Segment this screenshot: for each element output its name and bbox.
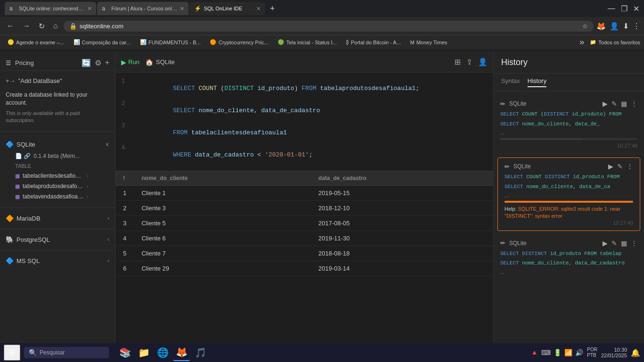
taskbar-app-books[interactable]: 📚 [116, 344, 133, 361]
tab-history[interactable]: History [528, 77, 546, 87]
right-panel-header: History [494, 52, 644, 74]
results-header-row: ! nome_do_cliente data_de_cadastro [116, 171, 493, 186]
main-app: ☰ Pricing 🔄 ⚙ + +→ "Add DataBase" Create… [0, 52, 644, 362]
taskbar-app-explorer[interactable]: 📁 [135, 344, 152, 361]
history-code-2a: SELECT COUNT DISTINCT id_produto FROM [504, 173, 633, 181]
db-sqlite-version[interactable]: 📄 🔗 0.1.4 beta (Mem... [9, 151, 115, 161]
taskbar-app-music[interactable]: 🎵 [192, 344, 209, 361]
bookmark-label-5: Tela inicial - Status I... [286, 40, 337, 45]
tab-close-2[interactable]: × [180, 5, 184, 12]
cell-nome-2: Cliente 5 [134, 216, 311, 231]
history-grid-btn-3[interactable]: ▦ [621, 239, 627, 247]
main-editor-panel: ▶ Run 🏠 SQLite ⊞ ⇪ 👤 1 SELECT [116, 52, 493, 362]
tab-syntax[interactable]: Syntax [501, 77, 520, 87]
history-run-btn-2[interactable]: ▶ [608, 163, 613, 170]
close-button[interactable]: ✕ [633, 4, 639, 13]
line-code-2: SELECT nome_do_cliente, data_de_cadastro [129, 100, 320, 121]
add-icon[interactable]: + [105, 58, 109, 67]
share-button[interactable]: ⇪ [466, 58, 472, 66]
star-icon[interactable]: ☆ [582, 23, 588, 30]
download-icon[interactable]: ⬇ [623, 22, 629, 31]
history-edit-btn-2[interactable]: ✎ [617, 163, 623, 170]
run-button[interactable]: ▶ Run [121, 58, 140, 66]
systray-keyboard-icon[interactable]: ⌨ [541, 349, 551, 356]
back-button[interactable]: ← [4, 21, 17, 31]
history-item-3-header: ✏ SQLite ▶ ✎ ▦ ⋮ [500, 239, 637, 247]
history-grid-btn-1[interactable]: ▦ [621, 100, 627, 107]
history-error-label-2: Help: [504, 206, 518, 212]
pricing-label[interactable]: Pricing [15, 59, 34, 66]
taskbar-apps: 📚 📁 🌐 🦊 🎵 [116, 344, 209, 361]
systray-volume-icon[interactable]: 🔊 [575, 349, 583, 356]
history-dots-2: ... [504, 192, 633, 198]
bookmark-4[interactable]: 🟠 Cryptocurrency Pric... [206, 38, 272, 46]
systray-wifi-icon[interactable]: 📶 [564, 349, 572, 356]
user-button[interactable]: 👤 [478, 58, 487, 66]
history-run-btn-1[interactable]: ▶ [603, 100, 608, 107]
bookmark-label-3: FUNDAMENTUS - B... [149, 40, 201, 45]
code-line-1: 1 SELECT COUNT (DISTINCT id_produto) FRO… [116, 77, 493, 99]
address-bar[interactable]: 🔒 sqliteonline.com ☆ [64, 21, 594, 32]
refresh-icon[interactable]: 🔄 [82, 58, 91, 67]
systray-arrow-icon[interactable]: 🔺 [530, 349, 538, 356]
bookmark-7[interactable]: M Money Times [406, 39, 451, 46]
history-item-2: ✏ SQLite ▶ ✎ ⋮ SELECT COUNT DISTINCT id_… [497, 157, 640, 231]
bookmark-3[interactable]: 📊 FUNDAMENTUS - B... [136, 38, 205, 46]
history-more-btn-3[interactable]: ⋮ [631, 239, 637, 247]
taskbar-app-browser[interactable]: 🦊 [173, 344, 190, 361]
history-run-btn-3[interactable]: ▶ [603, 239, 608, 247]
menu-icon[interactable]: ⋮ [633, 22, 640, 31]
language-indicator: PORPTB [587, 347, 597, 358]
table-item-2[interactable]: ▦ tabelaprodutosdesafoa... › [9, 181, 115, 191]
folder-icon: 📁 [590, 39, 596, 45]
history-edit-btn-3[interactable]: ✎ [611, 239, 617, 247]
bookmark-2[interactable]: 📊 Composição da car... [70, 38, 134, 46]
db-postgres-arrow: ‹ [107, 236, 109, 243]
cell-num-3: 4 [116, 231, 134, 246]
save-query-button[interactable]: ⊞ [454, 58, 461, 66]
table-item-3[interactable]: ▦ tabelavendasdesafioaul... › [9, 191, 115, 202]
db-mariadb-header[interactable]: 🔶 MariaDB ‹ [0, 212, 115, 225]
forward-button[interactable]: → [20, 21, 33, 31]
tab-1[interactable]: a SQLite online: conhecendo inst... × [5, 2, 96, 15]
tab-label-1: SQLite online: conhecendo inst... [19, 6, 85, 11]
bookmark-6[interactable]: ₿ Portal do Bitcoin - A... [342, 39, 405, 46]
db-postgres-header[interactable]: 🐘 PostgreSQL ‹ [0, 233, 115, 246]
bookmarks-more-button[interactable]: » [578, 37, 586, 47]
db-postgres-name: PostgreSQL [17, 236, 50, 243]
new-tab-button[interactable]: + [266, 4, 279, 14]
reload-button[interactable]: ↻ [36, 21, 48, 32]
tab-2[interactable]: a Fórum | Alura - Cursos online d... × [97, 2, 189, 15]
code-editor[interactable]: 1 SELECT COUNT (DISTINCT id_produto) FRO… [116, 73, 493, 171]
history-more-btn-2[interactable]: ⋮ [627, 163, 633, 170]
start-button[interactable]: ⊞ [4, 345, 20, 361]
db-mssql-name: MS SQL [17, 257, 40, 264]
tab-close-1[interactable]: × [88, 5, 91, 12]
settings-icon[interactable]: ⚙ [95, 58, 101, 67]
minimize-button[interactable]: — [608, 4, 615, 13]
db-sqlite-header[interactable]: 🔷 SQLite ∨ [0, 138, 115, 151]
history-more-btn-1[interactable]: ⋮ [631, 100, 637, 107]
taskbar-search[interactable]: 🔍 Pesquisar [24, 347, 109, 358]
home-button[interactable]: ⌂ [50, 21, 61, 31]
bookmarks-folder[interactable]: 📁 Todos os favoritos [590, 39, 640, 45]
table-item-1[interactable]: ▦ tabelaclientesdesafioau... › [9, 171, 115, 181]
profile-icon[interactable]: 👤 [610, 22, 619, 31]
systray-battery-icon[interactable]: 🔋 [553, 349, 561, 356]
bookmark-1[interactable]: 🟡 Agende o exame –... [4, 38, 68, 46]
extensions-icon[interactable]: 🦊 [596, 22, 606, 31]
sidebar-divider [0, 132, 115, 132]
db-mssql-header[interactable]: 🔷 MS SQL ‹ [0, 254, 115, 267]
tab-close-3[interactable]: × [256, 5, 260, 12]
notification-button[interactable]: 🔔 [631, 348, 640, 357]
add-database-button[interactable]: +→ "Add DataBase" [0, 74, 115, 87]
toolbar-db: 🏠 SQLite [145, 58, 175, 66]
bookmark-5[interactable]: 🟢 Tela inicial - Status I... [274, 38, 340, 46]
right-panel-tabs: Syntax History [494, 74, 644, 91]
taskbar-app-edge[interactable]: 🌐 [154, 344, 171, 361]
tab-3[interactable]: ⚡ SQL OnLine IDE × [190, 2, 265, 15]
code-line-4: 4 WHERE data_de_cadastro < '2020-01-01'; [116, 144, 493, 166]
history-edit-btn-1[interactable]: ✎ [611, 100, 617, 107]
db-mssql-arrow: ‹ [107, 257, 109, 264]
maximize-button[interactable]: ❐ [621, 4, 627, 13]
